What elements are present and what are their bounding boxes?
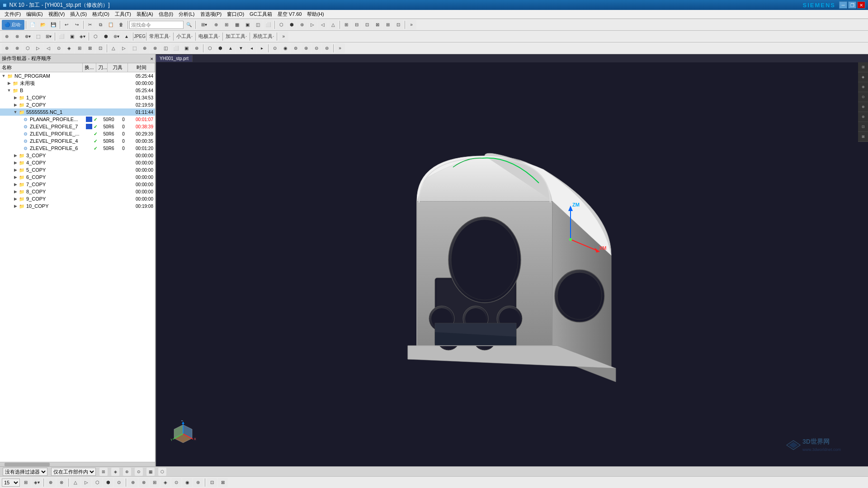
zoom-select[interactable]: 15: [2, 479, 20, 487]
bottom-btn6[interactable]: ▷: [81, 478, 91, 487]
tb2-btn13[interactable]: JPEG: [135, 32, 145, 42]
tb3-btn1[interactable]: ⊕: [2, 43, 12, 53]
tb2-btn2[interactable]: ⊗: [12, 32, 22, 42]
tree-zlevel7[interactable]: ⚙ ZLEVEL_PROFILE_7 ✓ 50R6 0 00:38:39: [0, 123, 155, 130]
tb-btn11[interactable]: ⊞: [341, 20, 351, 30]
tb-btn14[interactable]: ⊠: [373, 20, 382, 30]
vp-tab-3[interactable]: ⊕: [858, 82, 868, 92]
vp-tab-5[interactable]: ⊗: [858, 102, 868, 112]
vp-tab-8[interactable]: ⊠: [858, 132, 868, 142]
menu-assembly[interactable]: 装配(A): [134, 10, 156, 19]
tb-btn9[interactable]: ◁: [318, 20, 328, 30]
new-button[interactable]: 📄: [28, 20, 38, 30]
tb3-btn2[interactable]: ⊗: [12, 43, 22, 53]
tree-zlevel-a[interactable]: ⚙ ZLEVEL_PROFILE_... ✓ 50R6 0 00:29:39: [0, 130, 155, 137]
tb-btn15[interactable]: ⊞: [383, 20, 393, 30]
bottom-btn7[interactable]: ⬡: [92, 478, 102, 487]
tb3-btn20[interactable]: ⬡: [205, 43, 215, 53]
tb2-btn9[interactable]: ⬡: [90, 32, 100, 42]
bottom-btn12[interactable]: ⊞: [150, 478, 160, 487]
bottom-btn9[interactable]: ⊙: [114, 478, 124, 487]
save-button[interactable]: 💾: [48, 20, 58, 30]
tb3-btn11[interactable]: △: [108, 43, 118, 53]
tb3-btn28[interactable]: ⊚: [291, 43, 301, 53]
tree-6copy[interactable]: ▶ 📁 6_COPY 00:00:00: [0, 174, 155, 181]
tb-btn1[interactable]: ▦: [232, 20, 242, 30]
tb-btn5[interactable]: ⬡: [276, 20, 286, 30]
tb3-btn4[interactable]: ▷: [33, 43, 43, 53]
vp-tab-6[interactable]: ⊛: [858, 112, 868, 122]
expander-1copy[interactable]: ▶: [13, 95, 18, 100]
status-btn1[interactable]: ⊞: [99, 468, 108, 476]
tb3-btn31[interactable]: ⊜: [322, 43, 332, 53]
tb2-btn7[interactable]: ▣: [67, 32, 77, 42]
minimize-button[interactable]: ─: [839, 1, 847, 9]
vp-tab-7[interactable]: ⊡: [858, 122, 868, 132]
expander-7copy[interactable]: ▶: [13, 182, 18, 187]
tb-btn10[interactable]: △: [328, 20, 338, 30]
tb-btn16[interactable]: ⊡: [393, 20, 403, 30]
scope-dropdown[interactable]: 仅在工作部件内: [51, 468, 96, 476]
menu-tools[interactable]: 工具(T): [112, 10, 134, 19]
tb-btn6[interactable]: ⬢: [287, 20, 297, 30]
delete-button[interactable]: 🗑: [116, 20, 126, 30]
tree-unused[interactable]: ▶ 📁 未用项 00:00:00: [0, 80, 155, 87]
tree-4copy[interactable]: ▶ 📁 4_COPY 00:00:00: [0, 159, 155, 166]
tb2-btn11[interactable]: ⊛▾: [111, 32, 121, 42]
tb3-btn18[interactable]: ▣: [181, 43, 191, 53]
tb3-btn27[interactable]: ◉: [280, 43, 290, 53]
bottom-btn3[interactable]: ⊕: [46, 478, 56, 487]
tb2-btn12[interactable]: ▲: [122, 32, 132, 42]
bottom-btn1[interactable]: ⊞: [21, 478, 31, 487]
tb3-btn5[interactable]: ◁: [43, 43, 53, 53]
tb3-btn15[interactable]: ⊗: [150, 43, 160, 53]
snap-btn[interactable]: ⊕: [211, 20, 221, 30]
status-btn3[interactable]: ⊕: [123, 468, 131, 476]
tb3-btn24[interactable]: ◂: [246, 43, 256, 53]
undo-button[interactable]: ↩: [61, 20, 71, 30]
tb-btn7[interactable]: ⊛: [297, 20, 307, 30]
3d-viewport[interactable]: YH001_stp.prt: [156, 54, 868, 466]
cut-button[interactable]: ✂: [85, 20, 95, 30]
bottom-btn10[interactable]: ⊕: [128, 478, 138, 487]
bottom-btn16[interactable]: ⊛: [193, 478, 203, 487]
tree-55nc1[interactable]: ▼ 📁 55555555.NC_1 01:11:44: [0, 108, 155, 116]
expander-10copy[interactable]: ▶: [13, 203, 18, 209]
sel-filter-btn[interactable]: ⊞▾: [197, 20, 211, 30]
menu-insert[interactable]: 插入(S): [67, 10, 90, 19]
tb2-btn8[interactable]: ◈▾: [77, 32, 87, 42]
horizontal-scrollbar[interactable]: [0, 462, 155, 466]
tb2-btn3[interactable]: ⊕▾: [23, 32, 33, 42]
tree-1copy[interactable]: ▶ 📁 1_COPY 01:34:53: [0, 94, 155, 101]
tb3-btn6[interactable]: ⊙: [54, 43, 64, 53]
bottom-btn11[interactable]: ⊗: [139, 478, 149, 487]
tb3-btn25[interactable]: ▸: [257, 43, 267, 53]
redo-button[interactable]: ↪: [72, 20, 82, 30]
tree-5copy[interactable]: ▶ 📁 5_COPY 00:00:00: [0, 166, 155, 174]
tb2-btn5[interactable]: ⊞▾: [43, 32, 53, 42]
tree-B[interactable]: ▼ 📁 B 05:25:44: [0, 87, 155, 94]
tb-btn12[interactable]: ⊟: [352, 20, 362, 30]
expander-55nc1[interactable]: ▼: [13, 109, 18, 115]
tb2-btn6[interactable]: ⬜: [57, 32, 66, 42]
layer-btn[interactable]: ⊞: [222, 20, 231, 30]
menu-gctoolbox[interactable]: GC工具箱: [247, 10, 275, 19]
open-button[interactable]: 📂: [38, 20, 48, 30]
tb3-btn16[interactable]: ◫: [160, 43, 170, 53]
tree-9copy[interactable]: ▶ 📁 9_COPY 00:00:00: [0, 195, 155, 202]
menu-starspace[interactable]: 星空 V7.60: [275, 10, 305, 19]
bottom-btn18[interactable]: ⊠: [218, 478, 228, 487]
tb3-btn21[interactable]: ⬢: [215, 43, 225, 53]
vp-tab-2[interactable]: ◈: [858, 72, 868, 82]
tb-btn8[interactable]: ▷: [307, 20, 317, 30]
tb-btn3[interactable]: ◫: [253, 20, 263, 30]
vp-tab-4[interactable]: ⊙: [858, 92, 868, 102]
tb-more[interactable]: »: [406, 20, 416, 30]
tb3-btn17[interactable]: ⬜: [171, 43, 181, 53]
tb3-btn23[interactable]: ▼: [236, 43, 246, 53]
tb3-more[interactable]: »: [335, 43, 345, 53]
menu-window[interactable]: 窗口(O): [224, 10, 247, 19]
tb-btn2[interactable]: ▣: [242, 20, 252, 30]
tree-7copy[interactable]: ▶ 📁 7_COPY 00:00:00: [0, 181, 155, 188]
tb3-btn26[interactable]: ⊙: [270, 43, 280, 53]
